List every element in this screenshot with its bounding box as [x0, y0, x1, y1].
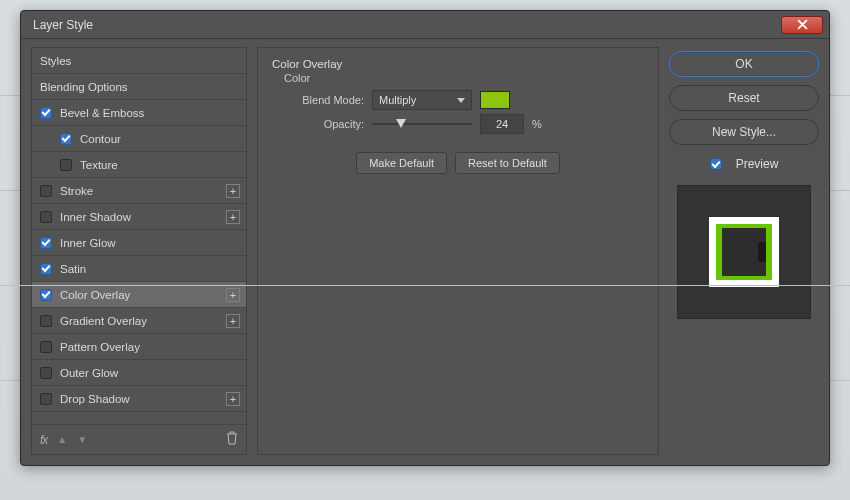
opacity-row: Opacity: % — [268, 114, 648, 134]
blend-mode-row: Blend Mode: Multiply — [268, 90, 648, 110]
blend-mode-select[interactable]: Multiply — [372, 90, 472, 110]
style-item-label: Drop Shadow — [60, 393, 130, 405]
style-item-texture[interactable]: Texture — [32, 152, 246, 178]
style-item-pattern-overlay[interactable]: Pattern Overlay — [32, 334, 246, 360]
style-item-label: Contour — [80, 133, 121, 145]
style-item-label: Outer Glow — [60, 367, 118, 379]
style-item-label: Pattern Overlay — [60, 341, 140, 353]
add-effect-icon[interactable]: + — [226, 314, 240, 328]
style-checkbox[interactable] — [40, 185, 52, 197]
preview-inner — [709, 217, 779, 287]
style-item-label: Bevel & Emboss — [60, 107, 144, 119]
arrow-up-icon[interactable]: ▲ — [57, 434, 67, 445]
style-item-inner-shadow[interactable]: Inner Shadow+ — [32, 204, 246, 230]
layer-style-dialog: Layer Style StylesBlending OptionsBevel … — [20, 10, 830, 466]
new-style-button[interactable]: New Style... — [669, 119, 819, 145]
opacity-slider[interactable] — [372, 117, 472, 131]
window-title: Layer Style — [33, 18, 781, 32]
style-item-bevel-emboss[interactable]: Bevel & Emboss — [32, 100, 246, 126]
blend-mode-value: Multiply — [379, 94, 416, 106]
add-effect-icon[interactable]: + — [226, 288, 240, 302]
fx-icon[interactable]: fx — [40, 433, 47, 447]
settings-panel: Color Overlay Color Blend Mode: Multiply… — [257, 47, 659, 455]
blend-mode-label: Blend Mode: — [284, 94, 364, 106]
preview-toggle-row: Preview — [669, 157, 819, 171]
make-default-button[interactable]: Make Default — [356, 152, 447, 174]
style-checkbox[interactable] — [60, 133, 72, 145]
style-checkbox[interactable] — [40, 393, 52, 405]
style-item-label: Stroke — [60, 185, 93, 197]
style-item-label: Gradient Overlay — [60, 315, 147, 327]
preview-box — [677, 185, 811, 319]
style-item-color-overlay[interactable]: Color Overlay+ — [32, 282, 246, 308]
style-item-label: Blending Options — [40, 81, 128, 93]
close-button[interactable] — [781, 16, 823, 34]
opacity-unit: % — [532, 118, 542, 130]
titlebar: Layer Style — [21, 11, 829, 39]
style-checkbox[interactable] — [60, 159, 72, 171]
style-item-label: Satin — [60, 263, 86, 275]
reset-button[interactable]: Reset — [669, 85, 819, 111]
styles-panel: StylesBlending OptionsBevel & EmbossCont… — [31, 47, 247, 455]
default-buttons-row: Make Default Reset to Default — [268, 152, 648, 174]
styles-footer: fx ▲ ▼ — [32, 424, 246, 454]
style-item-satin[interactable]: Satin — [32, 256, 246, 282]
opacity-input[interactable] — [480, 114, 524, 134]
trash-icon[interactable] — [226, 431, 238, 449]
style-item-gradient-overlay[interactable]: Gradient Overlay+ — [32, 308, 246, 334]
style-checkbox[interactable] — [40, 289, 52, 301]
style-item-label: Color Overlay — [60, 289, 130, 301]
style-checkbox[interactable] — [40, 237, 52, 249]
add-effect-icon[interactable]: + — [226, 210, 240, 224]
opacity-label: Opacity: — [284, 118, 364, 130]
style-item-styles[interactable]: Styles — [32, 48, 246, 74]
add-effect-icon[interactable]: + — [226, 392, 240, 406]
ok-button[interactable]: OK — [669, 51, 819, 77]
opacity-slider-thumb[interactable] — [396, 119, 406, 128]
style-item-contour[interactable]: Contour — [32, 126, 246, 152]
group-subtitle: Color — [284, 72, 648, 84]
style-checkbox[interactable] — [40, 107, 52, 119]
styles-list: StylesBlending OptionsBevel & EmbossCont… — [32, 48, 246, 424]
style-checkbox[interactable] — [40, 211, 52, 223]
add-effect-icon[interactable]: + — [226, 184, 240, 198]
style-item-label: Inner Glow — [60, 237, 116, 249]
style-item-stroke[interactable]: Stroke+ — [32, 178, 246, 204]
arrow-down-icon[interactable]: ▼ — [77, 434, 87, 445]
reset-default-button[interactable]: Reset to Default — [455, 152, 560, 174]
style-item-label: Styles — [40, 55, 71, 67]
style-checkbox[interactable] — [40, 315, 52, 327]
color-swatch[interactable] — [480, 91, 510, 109]
group-title: Color Overlay — [272, 58, 648, 70]
right-column: OK Reset New Style... Preview — [669, 47, 819, 455]
style-checkbox[interactable] — [40, 341, 52, 353]
style-item-outer-glow[interactable]: Outer Glow — [32, 360, 246, 386]
style-checkbox[interactable] — [40, 367, 52, 379]
style-item-label: Texture — [80, 159, 118, 171]
style-item-drop-shadow[interactable]: Drop Shadow+ — [32, 386, 246, 412]
style-item-label: Inner Shadow — [60, 211, 131, 223]
dialog-content: StylesBlending OptionsBevel & EmbossCont… — [31, 47, 819, 455]
style-item-inner-glow[interactable]: Inner Glow — [32, 230, 246, 256]
preview-label: Preview — [736, 157, 779, 171]
preview-core — [716, 224, 772, 280]
close-icon — [797, 19, 808, 30]
style-item-blending-options[interactable]: Blending Options — [32, 74, 246, 100]
style-checkbox[interactable] — [40, 263, 52, 275]
preview-checkbox[interactable] — [710, 158, 722, 170]
